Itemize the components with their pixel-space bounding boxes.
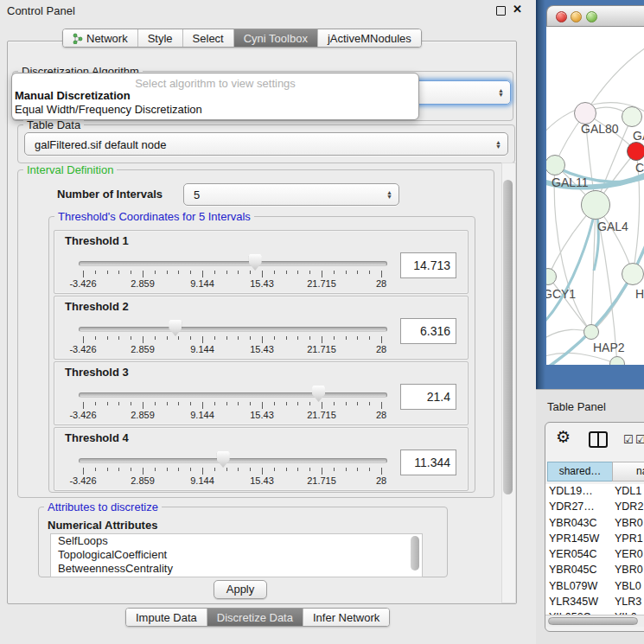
slider-tick bbox=[334, 271, 335, 274]
slider-tick bbox=[190, 468, 191, 471]
column-header-name[interactable]: na bbox=[612, 462, 644, 481]
slider-tick-label: 9.144 bbox=[190, 344, 214, 354]
table-row[interactable]: YBL079WYBL0 bbox=[545, 579, 644, 595]
tab-impute-data[interactable]: Impute Data bbox=[126, 609, 207, 626]
network-node-c[interactable] bbox=[627, 142, 644, 161]
attribute-item-selfloops[interactable]: SelfLoops bbox=[51, 534, 422, 548]
attributes-scrollbar[interactable] bbox=[411, 536, 419, 571]
table-hscrollbar-track[interactable] bbox=[545, 615, 644, 627]
zoom-traffic-light-icon[interactable] bbox=[586, 11, 597, 22]
apply-button[interactable]: Apply bbox=[214, 580, 267, 599]
panel-scrollbar-thumb[interactable] bbox=[503, 180, 513, 494]
slider-tick bbox=[143, 402, 143, 409]
slider-tick bbox=[190, 402, 191, 405]
slider-tick bbox=[309, 402, 310, 405]
table-data-combobox[interactable]: galFiltered.sif default node ▲▼ bbox=[24, 132, 508, 156]
slider-tick bbox=[190, 336, 191, 340]
cell-name: YLR3 bbox=[615, 596, 641, 608]
slider-tick bbox=[262, 336, 263, 343]
close-panel-icon[interactable]: ✕ bbox=[513, 3, 522, 16]
cell-name: YBL0 bbox=[615, 580, 641, 592]
slider-thumb[interactable] bbox=[312, 386, 325, 402]
slider-tick bbox=[118, 402, 119, 405]
column-header-shared[interactable]: shared… bbox=[547, 462, 613, 481]
network-canvas[interactable]: GAL80GACGAL11GAL4GCY1HHAP2 bbox=[546, 27, 644, 365]
table-row[interactable]: YPR145WYPR1 bbox=[545, 532, 644, 547]
network-node-gal4[interactable] bbox=[581, 190, 610, 220]
table-row[interactable]: YBR043CYBR0 bbox=[545, 516, 644, 532]
slider-tick bbox=[226, 336, 227, 340]
table-row[interactable]: YDR27…YDR2 bbox=[545, 500, 644, 515]
network-node-hap2[interactable] bbox=[583, 324, 599, 340]
slider-track[interactable] bbox=[79, 261, 387, 266]
checkbox-checked-icon[interactable]: ☑ bbox=[635, 433, 644, 446]
thresholds-coordinates-label: Threshold's Coordinates for 5 Intervals bbox=[54, 210, 254, 223]
checkbox-checked-icon[interactable]: ☑ bbox=[623, 433, 634, 446]
attribute-item-topologicalcoefficient[interactable]: TopologicalCoefficient bbox=[51, 548, 422, 562]
slider-tick-label: 9.144 bbox=[190, 475, 214, 486]
slider-tick bbox=[118, 336, 119, 340]
threshold-row-1: Threshold 1-3.4262.8599.14415.4321.71528… bbox=[54, 230, 469, 294]
number-of-intervals-label: Number of Intervals bbox=[57, 188, 163, 201]
table-header-row: shared… na bbox=[545, 462, 644, 481]
slider-tick-label: -3.426 bbox=[69, 278, 96, 289]
slider-tick bbox=[369, 402, 370, 405]
slider-track[interactable] bbox=[79, 327, 387, 332]
split-table-icon[interactable] bbox=[589, 431, 608, 448]
table-rows[interactable]: YDL19…YDL1YDR27…YDR2YBR043CYBR0YPR145WYP… bbox=[545, 484, 644, 615]
slider-track[interactable] bbox=[79, 458, 387, 463]
tab-jactivemnodules[interactable]: jActiveMNodules bbox=[317, 29, 421, 47]
slider-thumb[interactable] bbox=[217, 451, 230, 468]
table-row[interactable]: YDL19…YDL1 bbox=[545, 484, 644, 500]
attribute-item-betweennesscentrality[interactable]: BetweennessCentrality bbox=[51, 562, 422, 576]
slider-thumb[interactable] bbox=[249, 254, 262, 271]
combo-stepper-icon: ▲▼ bbox=[386, 190, 392, 199]
combo-stepper-icon: ▲▼ bbox=[498, 88, 504, 97]
slider-tick bbox=[214, 402, 215, 405]
tab-style[interactable]: Style bbox=[137, 29, 182, 47]
slider-tick bbox=[309, 468, 310, 471]
table-row[interactable]: YER054CYER0 bbox=[545, 547, 644, 563]
dropdown-option-equal-width-frequency-discretization[interactable]: Equal Width/Frequency Discretization bbox=[15, 103, 202, 116]
slider-track[interactable] bbox=[79, 392, 387, 398]
close-traffic-light-icon[interactable] bbox=[556, 11, 567, 22]
slider-tick bbox=[95, 271, 96, 274]
number-of-intervals-combobox[interactable]: 5 ▲▼ bbox=[183, 183, 399, 206]
dropdown-option-manual-discretization[interactable]: Manual Discretization bbox=[15, 89, 131, 102]
network-node-h[interactable] bbox=[622, 263, 644, 285]
slider-tick bbox=[309, 336, 310, 340]
tab-select[interactable]: Select bbox=[182, 29, 233, 47]
slider-tick bbox=[167, 402, 168, 405]
node-label: GAL80 bbox=[581, 122, 619, 136]
threshold-row-2: Threshold 2-3.4262.8599.14415.4321.71528… bbox=[54, 296, 469, 360]
tab-label: jActiveMNodules bbox=[328, 30, 411, 47]
tab-discretize-data[interactable]: Discretize Data bbox=[207, 609, 303, 626]
slider-tick bbox=[95, 468, 96, 471]
network-view-window: GAL80GACGAL11GAL4GCY1HHAP2 bbox=[546, 5, 644, 365]
slider-tick bbox=[214, 271, 215, 274]
slider-thumb[interactable] bbox=[169, 320, 182, 336]
tab-infer-network[interactable]: Infer Network bbox=[303, 609, 389, 626]
threshold-value-field[interactable]: 6.316 bbox=[400, 318, 456, 344]
slider-tick-label: 21.715 bbox=[307, 410, 336, 420]
threshold-row-4: Threshold 4-3.4262.8599.14415.4321.71528… bbox=[54, 427, 469, 491]
minimize-traffic-light-icon[interactable] bbox=[571, 11, 582, 22]
slider-tick bbox=[286, 271, 287, 274]
cell-shared-name: YBL079W bbox=[549, 580, 597, 592]
table-row[interactable]: YBR045CYBR0 bbox=[545, 563, 644, 578]
gear-icon[interactable]: ⚙ bbox=[556, 427, 571, 447]
network-node-ga[interactable] bbox=[622, 106, 642, 127]
slider-tick bbox=[250, 271, 251, 274]
float-panel-icon[interactable] bbox=[496, 6, 506, 16]
threshold-value-field[interactable]: 11.344 bbox=[400, 450, 456, 475]
slider-tick bbox=[131, 402, 131, 405]
numerical-attributes-list[interactable]: SelfLoopsTopologicalCoefficientBetweenne… bbox=[50, 533, 423, 577]
table-hscrollbar-thumb[interactable] bbox=[548, 617, 638, 625]
network-window-titlebar[interactable] bbox=[546, 5, 644, 27]
threshold-value-field[interactable]: 21.4 bbox=[400, 384, 456, 410]
tab-network[interactable]: Network bbox=[63, 29, 137, 47]
slider-tick bbox=[238, 336, 239, 340]
threshold-value-field[interactable]: 14.713 bbox=[400, 252, 456, 278]
table-row[interactable]: YLR345WYLR3 bbox=[545, 595, 644, 610]
tab-cyni-toolbox[interactable]: Cyni Toolbox bbox=[233, 29, 317, 47]
